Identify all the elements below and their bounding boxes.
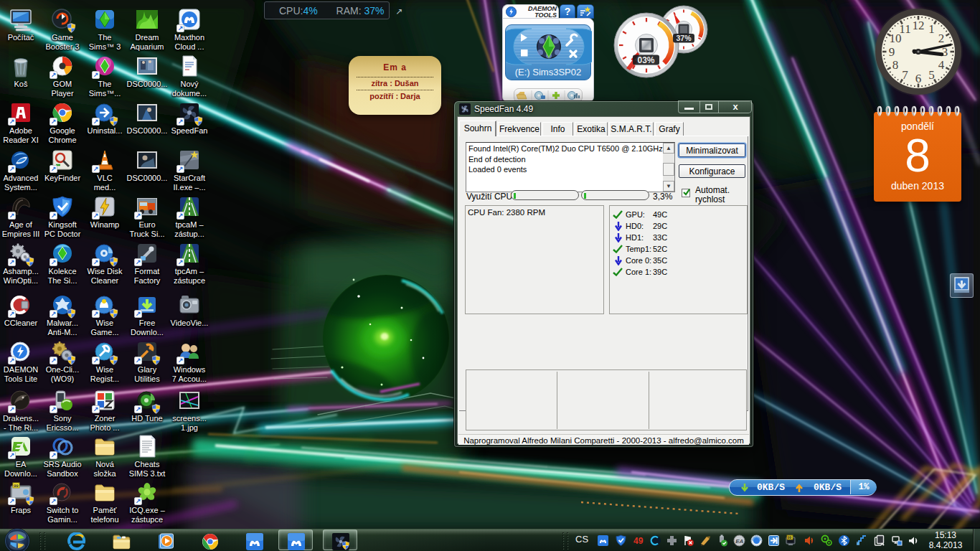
svg-text:11: 11 <box>899 22 910 36</box>
svg-text:EA: EA <box>735 538 743 545</box>
svg-text:99: 99 <box>14 484 19 488</box>
svg-text:7: 7 <box>902 68 908 82</box>
svg-text:8: 8 <box>892 58 899 72</box>
svg-text:37%: 37% <box>676 34 692 42</box>
svg-text:12: 12 <box>913 19 925 32</box>
svg-text:03%: 03% <box>637 55 654 65</box>
svg-text:5: 5 <box>928 68 935 82</box>
svg-text:4: 4 <box>938 58 945 72</box>
svg-text:49: 49 <box>633 536 644 546</box>
svg-text:6: 6 <box>915 72 922 85</box>
svg-text:99: 99 <box>788 535 792 540</box>
svg-text:1: 1 <box>928 22 935 36</box>
svg-text:9: 9 <box>889 45 895 59</box>
svg-text:2: 2 <box>938 32 945 45</box>
